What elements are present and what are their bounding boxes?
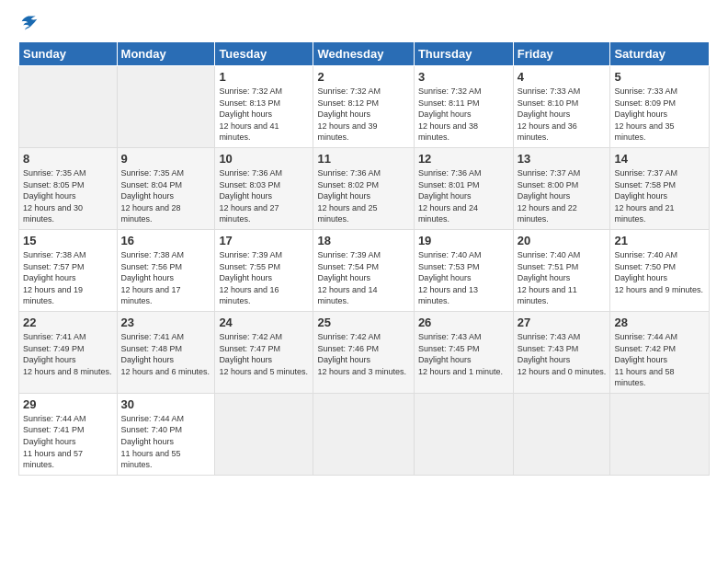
day-info: Sunrise: 7:36 AM Sunset: 8:01 PM Dayligh… <box>418 167 509 225</box>
day-number: 18 <box>317 234 409 247</box>
calendar-day-cell: 26 Sunrise: 7:43 AM Sunset: 7:45 PM Dayl… <box>414 311 513 393</box>
logo <box>18 14 39 32</box>
calendar-table: SundayMondayTuesdayWednesdayThursdayFrid… <box>18 41 710 476</box>
calendar-day-cell <box>313 393 414 475</box>
day-info: Sunrise: 7:39 AM Sunset: 7:55 PM Dayligh… <box>219 249 309 307</box>
calendar-day-cell: 25 Sunrise: 7:42 AM Sunset: 7:46 PM Dayl… <box>313 311 414 393</box>
calendar-day-cell <box>117 66 215 148</box>
weekday-header-sunday: Sunday <box>19 42 118 66</box>
calendar-day-cell: 16 Sunrise: 7:38 AM Sunset: 7:56 PM Dayl… <box>117 229 215 311</box>
calendar-day-cell: 1 Sunrise: 7:32 AM Sunset: 8:13 PM Dayli… <box>215 66 313 148</box>
calendar-day-cell: 30 Sunrise: 7:44 AM Sunset: 7:40 PM Dayl… <box>117 393 215 475</box>
day-number: 1 <box>219 70 309 84</box>
calendar-day-cell: 4 Sunrise: 7:33 AM Sunset: 8:10 PM Dayli… <box>513 66 610 148</box>
calendar-day-cell: 17 Sunrise: 7:39 AM Sunset: 7:55 PM Dayl… <box>215 229 313 311</box>
day-number: 22 <box>23 316 113 329</box>
calendar-week-row: 29 Sunrise: 7:44 AM Sunset: 7:41 PM Dayl… <box>19 393 710 475</box>
day-info: Sunrise: 7:41 AM Sunset: 7:49 PM Dayligh… <box>23 331 113 377</box>
day-number: 5 <box>614 70 705 84</box>
calendar-day-cell: 2 Sunrise: 7:32 AM Sunset: 8:12 PM Dayli… <box>313 66 414 148</box>
day-number: 27 <box>518 316 607 329</box>
calendar-day-cell: 22 Sunrise: 7:41 AM Sunset: 7:49 PM Dayl… <box>19 311 118 393</box>
day-info: Sunrise: 7:37 AM Sunset: 7:58 PM Dayligh… <box>614 167 705 225</box>
day-number: 26 <box>418 316 509 329</box>
calendar-day-cell: 14 Sunrise: 7:37 AM Sunset: 7:58 PM Dayl… <box>610 147 710 229</box>
day-info: Sunrise: 7:40 AM Sunset: 7:50 PM Dayligh… <box>614 249 705 295</box>
logo-text <box>18 14 39 32</box>
calendar-day-cell <box>19 66 118 148</box>
weekday-header-thursday: Thursday <box>414 42 513 66</box>
calendar-day-cell: 15 Sunrise: 7:38 AM Sunset: 7:57 PM Dayl… <box>19 229 118 311</box>
calendar-day-cell: 9 Sunrise: 7:35 AM Sunset: 8:04 PM Dayli… <box>117 147 215 229</box>
weekday-header-wednesday: Wednesday <box>313 42 414 66</box>
day-info: Sunrise: 7:36 AM Sunset: 8:02 PM Dayligh… <box>317 167 409 225</box>
day-info: Sunrise: 7:32 AM Sunset: 8:12 PM Dayligh… <box>317 86 409 144</box>
day-number: 20 <box>518 234 607 247</box>
day-number: 28 <box>614 316 705 329</box>
header <box>18 14 710 32</box>
day-info: Sunrise: 7:32 AM Sunset: 8:11 PM Dayligh… <box>418 86 509 144</box>
day-number: 8 <box>23 152 113 166</box>
calendar-day-cell: 12 Sunrise: 7:36 AM Sunset: 8:01 PM Dayl… <box>414 147 513 229</box>
day-number: 3 <box>418 70 509 84</box>
day-number: 19 <box>418 234 509 247</box>
calendar-day-cell: 3 Sunrise: 7:32 AM Sunset: 8:11 PM Dayli… <box>414 66 513 148</box>
calendar-day-cell: 5 Sunrise: 7:33 AM Sunset: 8:09 PM Dayli… <box>610 66 710 148</box>
day-info: Sunrise: 7:38 AM Sunset: 7:56 PM Dayligh… <box>121 249 211 307</box>
day-number: 2 <box>317 70 409 84</box>
day-number: 24 <box>219 316 309 329</box>
day-info: Sunrise: 7:42 AM Sunset: 7:47 PM Dayligh… <box>219 331 309 377</box>
day-info: Sunrise: 7:33 AM Sunset: 8:10 PM Dayligh… <box>518 86 607 144</box>
day-number: 4 <box>518 70 607 84</box>
day-number: 10 <box>219 152 309 166</box>
calendar-week-row: 15 Sunrise: 7:38 AM Sunset: 7:57 PM Dayl… <box>19 229 710 311</box>
weekday-header-tuesday: Tuesday <box>215 42 313 66</box>
calendar-day-cell: 23 Sunrise: 7:41 AM Sunset: 7:48 PM Dayl… <box>117 311 215 393</box>
logo-bird-icon <box>20 14 39 32</box>
day-number: 21 <box>614 234 705 247</box>
calendar-day-cell <box>610 393 710 475</box>
day-info: Sunrise: 7:38 AM Sunset: 7:57 PM Dayligh… <box>23 249 113 307</box>
day-number: 13 <box>518 152 607 166</box>
weekday-header-friday: Friday <box>513 42 610 66</box>
calendar-day-cell: 11 Sunrise: 7:36 AM Sunset: 8:02 PM Dayl… <box>313 147 414 229</box>
day-info: Sunrise: 7:36 AM Sunset: 8:03 PM Dayligh… <box>219 167 309 225</box>
day-info: Sunrise: 7:35 AM Sunset: 8:05 PM Dayligh… <box>23 167 113 225</box>
calendar-day-cell: 29 Sunrise: 7:44 AM Sunset: 7:41 PM Dayl… <box>19 393 118 475</box>
calendar-day-cell: 10 Sunrise: 7:36 AM Sunset: 8:03 PM Dayl… <box>215 147 313 229</box>
day-info: Sunrise: 7:40 AM Sunset: 7:53 PM Dayligh… <box>418 249 509 307</box>
day-number: 9 <box>121 152 211 166</box>
day-info: Sunrise: 7:42 AM Sunset: 7:46 PM Dayligh… <box>317 331 409 377</box>
calendar-day-cell: 21 Sunrise: 7:40 AM Sunset: 7:50 PM Dayl… <box>610 229 710 311</box>
calendar-week-row: 8 Sunrise: 7:35 AM Sunset: 8:05 PM Dayli… <box>19 147 710 229</box>
day-info: Sunrise: 7:44 AM Sunset: 7:41 PM Dayligh… <box>23 413 113 471</box>
calendar-day-cell: 28 Sunrise: 7:44 AM Sunset: 7:42 PM Dayl… <box>610 311 710 393</box>
calendar-day-cell: 18 Sunrise: 7:39 AM Sunset: 7:54 PM Dayl… <box>313 229 414 311</box>
day-info: Sunrise: 7:41 AM Sunset: 7:48 PM Dayligh… <box>121 331 211 377</box>
day-info: Sunrise: 7:44 AM Sunset: 7:40 PM Dayligh… <box>121 413 211 471</box>
day-number: 30 <box>121 397 211 411</box>
day-info: Sunrise: 7:40 AM Sunset: 7:51 PM Dayligh… <box>518 249 607 307</box>
calendar-day-cell: 8 Sunrise: 7:35 AM Sunset: 8:05 PM Dayli… <box>19 147 118 229</box>
day-info: Sunrise: 7:32 AM Sunset: 8:13 PM Dayligh… <box>219 86 309 144</box>
calendar-day-cell: 24 Sunrise: 7:42 AM Sunset: 7:47 PM Dayl… <box>215 311 313 393</box>
calendar-day-cell <box>414 393 513 475</box>
day-number: 11 <box>317 152 409 166</box>
calendar-page: SundayMondayTuesdayWednesdayThursdayFrid… <box>0 0 728 485</box>
calendar-week-row: 1 Sunrise: 7:32 AM Sunset: 8:13 PM Dayli… <box>19 66 710 148</box>
day-info: Sunrise: 7:35 AM Sunset: 8:04 PM Dayligh… <box>121 167 211 225</box>
day-number: 16 <box>121 234 211 247</box>
day-number: 25 <box>317 316 409 329</box>
day-number: 14 <box>614 152 705 166</box>
calendar-day-cell: 19 Sunrise: 7:40 AM Sunset: 7:53 PM Dayl… <box>414 229 513 311</box>
weekday-header-monday: Monday <box>117 42 215 66</box>
day-info: Sunrise: 7:37 AM Sunset: 8:00 PM Dayligh… <box>518 167 607 225</box>
calendar-day-cell: 27 Sunrise: 7:43 AM Sunset: 7:43 PM Dayl… <box>513 311 610 393</box>
day-info: Sunrise: 7:39 AM Sunset: 7:54 PM Dayligh… <box>317 249 409 307</box>
day-info: Sunrise: 7:44 AM Sunset: 7:42 PM Dayligh… <box>614 331 705 389</box>
day-number: 23 <box>121 316 211 329</box>
day-number: 12 <box>418 152 509 166</box>
day-info: Sunrise: 7:43 AM Sunset: 7:43 PM Dayligh… <box>518 331 607 377</box>
day-info: Sunrise: 7:33 AM Sunset: 8:09 PM Dayligh… <box>614 86 705 144</box>
day-info: Sunrise: 7:43 AM Sunset: 7:45 PM Dayligh… <box>418 331 509 377</box>
